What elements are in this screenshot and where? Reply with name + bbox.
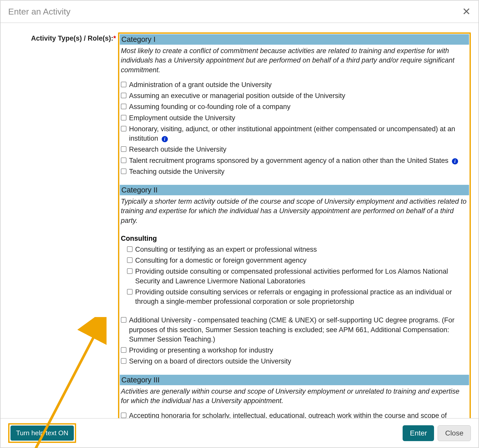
category-description: Typically a shorter term activity outsid…: [120, 195, 469, 230]
category-description: Activities are generally within course a…: [120, 385, 469, 410]
activity-checkbox-item[interactable]: Teaching outside the University: [120, 166, 469, 177]
activity-label: Administration of a grant outside the Un…: [129, 80, 272, 90]
activity-label: Employment outside the University: [129, 113, 235, 123]
activity-checkbox[interactable]: [127, 289, 133, 295]
dialog-title: Enter an Activity: [8, 7, 71, 17]
activity-label: Teaching outside the University: [129, 167, 225, 176]
activity-checkbox-item[interactable]: Honorary, visiting, adjunct, or other in…: [120, 124, 469, 144]
category-subheading: Consulting: [120, 230, 469, 244]
activity-type-label: Activity Type(s) / Role(s):*: [6, 32, 118, 42]
dialog-header: Enter an Activity ✕: [1, 1, 478, 23]
activity-checkbox[interactable]: [121, 347, 126, 353]
activity-label: Talent recruitment programs sponsored by…: [129, 156, 458, 165]
activity-checkbox[interactable]: [121, 126, 126, 131]
categories-highlight-box: Category IMost likely to create a confli…: [118, 32, 471, 418]
activity-checkbox[interactable]: [121, 93, 126, 98]
activity-checkbox[interactable]: [127, 246, 133, 252]
activity-checkbox[interactable]: [121, 413, 126, 418]
activity-label: Serving on a board of directors outside …: [129, 357, 291, 366]
category-header: Category II: [120, 185, 469, 195]
dialog-body[interactable]: Activity Type(s) / Role(s):* Category IM…: [1, 23, 478, 418]
activity-checkbox[interactable]: [121, 158, 126, 163]
activity-checkbox-item[interactable]: Providing outside consulting services or…: [120, 287, 469, 307]
activity-checkbox-item[interactable]: Assuming an executive or managerial posi…: [120, 90, 469, 101]
activity-checkbox-item[interactable]: Administration of a grant outside the Un…: [120, 79, 469, 90]
activity-checkbox[interactable]: [121, 168, 126, 174]
info-icon[interactable]: i: [162, 136, 168, 142]
activity-checkbox-item[interactable]: Serving on a board of directors outside …: [120, 356, 469, 367]
close-button[interactable]: Close: [438, 425, 471, 441]
required-asterisk: *: [113, 34, 116, 42]
activity-label: Providing outside consulting services or…: [135, 287, 468, 307]
enter-activity-dialog: Enter an Activity ✕ Activity Type(s) / R…: [0, 0, 479, 448]
activity-label: Consulting for a domestic or foreign gov…: [135, 256, 307, 265]
activity-checkbox[interactable]: [121, 82, 126, 87]
close-icon[interactable]: ✕: [462, 6, 471, 17]
activity-label: Honorary, visiting, adjunct, or other in…: [129, 124, 468, 143]
activity-checkbox[interactable]: [127, 257, 133, 263]
activity-checkbox-item[interactable]: Employment outside the University: [120, 113, 469, 124]
activity-checkbox-item[interactable]: Accepting honoraria for scholarly, intel…: [120, 410, 469, 418]
turn-help-text-on-button[interactable]: Turn help text ON: [10, 426, 74, 441]
enter-button[interactable]: Enter: [403, 425, 434, 441]
activity-label: Research outside the University: [129, 145, 226, 154]
activity-type-row: Activity Type(s) / Role(s):* Category IM…: [6, 32, 476, 418]
category-description: Most likely to create a conflict of comm…: [120, 45, 469, 79]
category-header: Category I: [120, 34, 469, 45]
activity-type-label-text: Activity Type(s) / Role(s):: [31, 34, 113, 42]
activity-checkbox-item[interactable]: Consulting for a domestic or foreign gov…: [120, 255, 469, 266]
activity-checkbox[interactable]: [121, 115, 126, 120]
activity-label: Accepting honoraria for scholarly, intel…: [129, 411, 468, 418]
activity-label: Assuming an executive or managerial posi…: [129, 91, 345, 101]
activity-label: Additional University - compensated teac…: [129, 316, 468, 344]
activity-label: Consulting or testifying as an expert or…: [135, 245, 317, 254]
activity-checkbox-item[interactable]: Providing or presenting a workshop for i…: [120, 345, 469, 356]
help-button-highlight: Turn help text ON: [8, 423, 76, 443]
activity-checkbox-item[interactable]: Research outside the University: [120, 144, 469, 155]
activity-checkbox-item[interactable]: Consulting or testifying as an expert or…: [120, 244, 469, 255]
activity-checkbox[interactable]: [121, 104, 126, 109]
activity-checkbox[interactable]: [121, 317, 126, 323]
activity-label: Providing outside consulting or compensa…: [135, 267, 468, 286]
activity-label: Assuming founding or co-founding role of…: [129, 102, 290, 112]
activity-label: Providing or presenting a workshop for i…: [129, 346, 273, 355]
info-icon[interactable]: i: [452, 158, 458, 164]
dialog-footer: Turn help text ON Enter Close: [1, 418, 478, 447]
activity-checkbox-item[interactable]: Assuming founding or co-founding role of…: [120, 101, 469, 112]
category-header: Category III: [120, 375, 469, 385]
activity-checkbox-item[interactable]: Providing outside consulting or compensa…: [120, 266, 469, 287]
activity-checkbox[interactable]: [127, 268, 133, 274]
activity-checkbox[interactable]: [121, 358, 126, 364]
activity-checkbox-item[interactable]: Talent recruitment programs sponsored by…: [120, 155, 469, 166]
footer-actions: Enter Close: [403, 425, 471, 441]
activity-checkbox-item[interactable]: Additional University - compensated teac…: [120, 315, 469, 345]
activity-checkbox[interactable]: [121, 146, 126, 152]
